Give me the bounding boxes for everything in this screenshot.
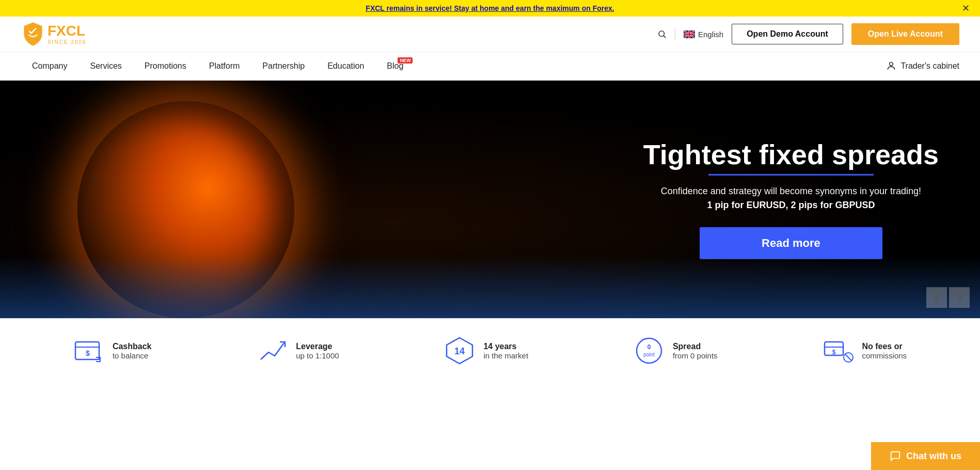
nav-item-blog[interactable]: Blog NEW — [375, 52, 415, 80]
trader-cabinet-label: Trader's cabinet — [900, 61, 959, 71]
svg-text:$: $ — [86, 349, 90, 357]
years-sub: in the market — [483, 351, 528, 360]
announcement-close-button[interactable]: ✕ — [962, 3, 970, 14]
leverage-label: Leverage — [296, 342, 339, 351]
fees-label: No fees or — [862, 342, 907, 351]
carousel-next-button[interactable]: ❯ — [949, 287, 970, 308]
announcement-bar: FXCL remains in service! Stay at home an… — [0, 0, 980, 17]
spread-label: Spread — [673, 342, 718, 351]
features-bar: $ Cashback to balance Leverage up to 1:1… — [0, 318, 980, 383]
svg-point-18 — [637, 338, 661, 363]
hero-section: Tightest fixed spreads Confidence and st… — [0, 81, 980, 318]
spread-svg-icon: 0 point — [634, 336, 664, 366]
spread-sub: from 0 points — [673, 351, 718, 360]
feature-leverage: Leverage up to 1:1000 — [257, 335, 339, 366]
read-more-button[interactable]: Read more — [700, 227, 882, 259]
nav-items: Company Services Promotions Platform Par… — [21, 52, 415, 80]
logo-shield-icon — [21, 22, 45, 46]
header-right: English Open Demo Account Open Live Acco… — [657, 23, 959, 45]
svg-text:14: 14 — [454, 346, 465, 356]
logo-text: FXCL SINCE 2006 — [48, 23, 87, 45]
leverage-icon — [257, 335, 288, 366]
logo[interactable]: FXCL SINCE 2006 — [21, 22, 87, 46]
leverage-svg-icon — [258, 338, 287, 364]
hero-title: Tightest fixed spreads — [643, 139, 939, 170]
svg-text:$: $ — [832, 349, 836, 356]
leverage-sub: up to 1:1000 — [296, 351, 339, 360]
feature-spread: 0 point Spread from 0 points — [634, 335, 718, 366]
fees-text: No fees or commissions — [862, 342, 907, 360]
cashback-icon: $ — [73, 335, 104, 366]
carousel-arrows: ❮ ❯ — [926, 287, 970, 308]
nav-item-partnership[interactable]: Partnership — [251, 52, 316, 80]
feature-cashback: $ Cashback to balance — [73, 335, 152, 366]
carousel-prev-button[interactable]: ❮ — [926, 287, 947, 308]
navbar: Company Services Promotions Platform Par… — [0, 52, 980, 81]
cashback-label: Cashback — [113, 342, 152, 351]
years-label: 14 years — [483, 342, 528, 351]
hero-underline — [708, 174, 874, 176]
fees-icon: $ — [823, 335, 853, 366]
fees-sub: commissions — [862, 351, 907, 360]
search-area[interactable] — [657, 29, 667, 39]
svg-line-1 — [663, 36, 666, 38]
user-icon — [886, 61, 896, 71]
svg-text:point: point — [643, 352, 655, 357]
cashback-text: Cashback to balance — [113, 342, 152, 360]
feature-fees: $ No fees or commissions — [823, 335, 907, 366]
flag-uk-icon — [684, 30, 695, 38]
nav-item-education[interactable]: Education — [316, 52, 375, 80]
leverage-text: Leverage up to 1:1000 — [296, 342, 339, 360]
nav-item-services[interactable]: Services — [78, 52, 133, 80]
nav-item-company[interactable]: Company — [21, 52, 78, 80]
header: FXCL SINCE 2006 Englis — [0, 17, 980, 52]
announcement-link[interactable]: FXCL remains in service! Stay at home an… — [366, 4, 614, 12]
svg-point-0 — [659, 31, 665, 37]
logo-name: FXCL — [48, 23, 87, 39]
hero-detail: 1 pip for EURUSD, 2 pips for GBPUSD — [643, 200, 939, 211]
years-icon: 14 — [444, 335, 475, 366]
hero-content: Tightest fixed spreads Confidence and st… — [643, 139, 939, 259]
spread-text: Spread from 0 points — [673, 342, 718, 360]
header-divider — [675, 29, 675, 39]
feature-years: 14 14 years in the market — [444, 335, 528, 366]
nav-item-promotions[interactable]: Promotions — [133, 52, 198, 80]
language-selector[interactable]: English — [684, 30, 723, 39]
trader-cabinet[interactable]: Trader's cabinet — [886, 61, 959, 71]
fees-svg-icon: $ — [823, 338, 853, 364]
svg-line-25 — [845, 354, 851, 361]
spread-icon: 0 point — [634, 335, 665, 366]
language-label: English — [698, 30, 723, 39]
years-text: 14 years in the market — [483, 342, 528, 360]
hero-earth-glow — [0, 256, 980, 318]
logo-since: SINCE 2006 — [48, 39, 87, 45]
search-icon[interactable] — [657, 29, 667, 39]
open-demo-account-button[interactable]: Open Demo Account — [732, 24, 843, 44]
open-live-account-button[interactable]: Open Live Account — [851, 23, 959, 45]
hero-subtitle: Confidence and strategy will become syno… — [643, 186, 939, 197]
nav-item-platform[interactable]: Platform — [198, 52, 251, 80]
svg-text:0: 0 — [647, 343, 651, 351]
cashback-svg-icon: $ — [73, 338, 104, 364]
cashback-sub: to balance — [113, 351, 152, 360]
svg-point-11 — [890, 62, 893, 66]
new-badge: NEW — [398, 57, 413, 64]
years-svg-icon: 14 — [445, 336, 475, 366]
